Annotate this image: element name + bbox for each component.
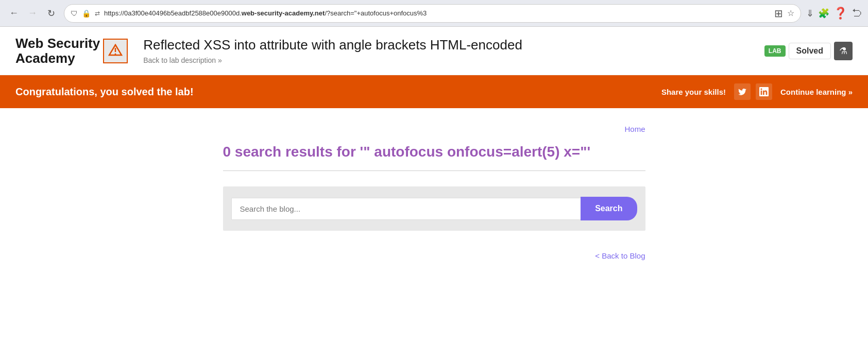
logo-area: Web SecurityAcademy bbox=[15, 36, 128, 65]
logo-icon bbox=[103, 39, 128, 63]
address-icons: ⊞ ☆ bbox=[774, 7, 794, 20]
social-icons bbox=[734, 83, 772, 100]
nav-buttons: ← → ↻ bbox=[6, 6, 59, 21]
extensions-icon[interactable]: 🧩 bbox=[818, 8, 829, 19]
url-text: https://0a3f00e40496b5eadbf2588e00e9000d… bbox=[104, 9, 770, 17]
browser-chrome: ← → ↻ 🛡 🔒 ⇄ https://0a3f00e40496b5eadbf2… bbox=[0, 0, 868, 27]
share-skills-label: Share your skills! bbox=[661, 88, 726, 96]
search-button[interactable]: Search bbox=[581, 197, 637, 220]
logo-text: Web SecurityAcademy bbox=[15, 36, 100, 65]
divider bbox=[223, 170, 645, 171]
main-content: Home 0 search results for '" autofocus o… bbox=[223, 108, 645, 281]
congratulations-message: Congratulations, you solved the lab! bbox=[15, 86, 194, 98]
menu-icon[interactable]: ❓ bbox=[833, 7, 847, 20]
back-to-blog-link[interactable]: < Back to Blog bbox=[223, 251, 645, 260]
forward-button[interactable]: → bbox=[25, 6, 40, 21]
address-bar[interactable]: 🛡 🔒 ⇄ https://0a3f00e40496b5eadbf2588e00… bbox=[64, 4, 801, 23]
qr-icon[interactable]: ⊞ bbox=[774, 7, 783, 20]
back-arrow-icon[interactable]: ⮌ bbox=[852, 7, 862, 19]
tracking-icon: ⇄ bbox=[95, 10, 100, 17]
home-link[interactable]: Home bbox=[223, 118, 645, 144]
shield-icon: 🛡 bbox=[71, 9, 78, 18]
search-box-container: Search bbox=[223, 186, 645, 231]
linkedin-icon[interactable] bbox=[756, 83, 772, 100]
back-button[interactable]: ← bbox=[6, 6, 22, 21]
orange-banner: Congratulations, you solved the lab! Sha… bbox=[0, 75, 868, 108]
download-icon[interactable]: ⇓ bbox=[806, 8, 814, 19]
search-results-heading: 0 search results for '" autofocus onfocu… bbox=[223, 144, 645, 160]
search-input[interactable] bbox=[231, 198, 581, 220]
lab-badge: LAB bbox=[764, 45, 786, 57]
reload-button[interactable]: ↻ bbox=[43, 6, 59, 21]
solved-label: Solved bbox=[789, 43, 831, 59]
logo-text-block: Web SecurityAcademy bbox=[15, 36, 100, 65]
continue-learning-link[interactable]: Continue learning » bbox=[780, 88, 853, 96]
star-icon[interactable]: ☆ bbox=[787, 8, 794, 18]
site-header: Web SecurityAcademy Reflected XSS into a… bbox=[0, 27, 868, 75]
flask-icon: ⚗ bbox=[834, 42, 853, 60]
header-content: Reflected XSS into attribute with angle … bbox=[143, 37, 749, 64]
svg-point-2 bbox=[115, 53, 116, 55]
lab-status-area: LAB Solved ⚗ bbox=[764, 42, 853, 60]
lab-title: Reflected XSS into attribute with angle … bbox=[143, 37, 749, 53]
lock-icon: 🔒 bbox=[82, 9, 91, 18]
browser-right-icons: ⇓ 🧩 ❓ ⮌ bbox=[806, 7, 862, 20]
twitter-icon[interactable] bbox=[734, 83, 751, 100]
banner-right: Share your skills! Continue learning » bbox=[661, 83, 853, 100]
back-to-lab-link[interactable]: Back to lab description » bbox=[143, 56, 749, 64]
